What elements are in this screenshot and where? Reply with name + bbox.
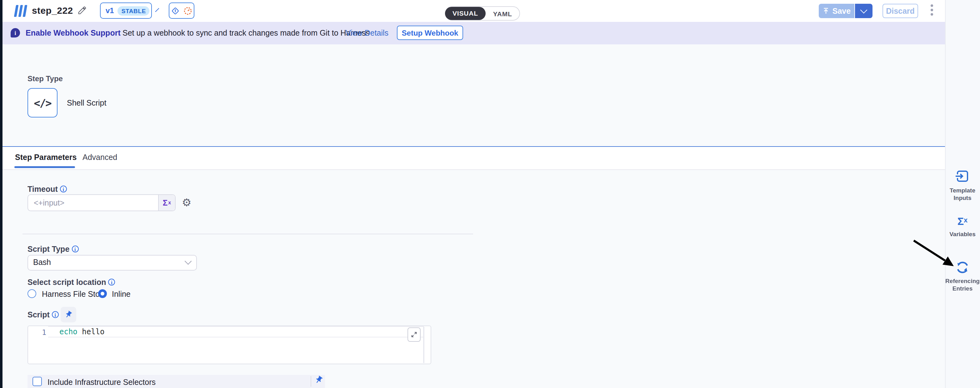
setup-webhook-button[interactable]: Setup Webhook [397,25,463,40]
step-type-card[interactable]: </> [27,88,57,118]
editor-expand-button[interactable] [407,328,421,342]
expression-sigma-button[interactable]: Σx [158,195,175,211]
sidebar-item-label: Variables [945,231,980,238]
toggle-visual[interactable]: VISUAL [445,7,485,20]
tab-step-parameters[interactable]: Step Parameters [15,153,76,162]
include-infra-checkbox[interactable] [32,377,42,386]
header: step_222 v1 STABLE [0,0,945,22]
pin-infra-button[interactable] [314,375,323,384]
pin-icon [63,309,74,320]
annotation-arrow [911,238,959,270]
radio-harness-file-store[interactable] [27,289,36,298]
save-options-button[interactable] [854,4,872,18]
infra-row-separator [310,376,311,387]
toggle-yaml[interactable]: YAML [485,10,520,17]
timeout-value: <+input> [34,199,64,207]
tab-bar-background [0,146,945,170]
active-tab-underline [14,166,75,168]
version-dropdown[interactable]: v1 STABLE [100,3,152,19]
timeout-label: Timeout i [27,185,67,194]
sidebar-item-label: Referencing Entries [945,277,980,293]
tab-advanced[interactable]: Advanced [83,153,117,162]
sidebar-item-template-inputs[interactable]: Template Inputs [945,169,980,202]
step-type-label: Step Type [27,74,63,83]
discard-button[interactable]: Discard [883,4,918,18]
info-icon[interactable]: i [60,186,67,192]
chevron-down-icon [156,8,160,12]
script-location-label: Select script location i [27,278,115,287]
pin-script-button[interactable] [60,307,76,323]
info-icon: i [11,28,20,38]
info-icon[interactable]: i [108,279,115,286]
editor-code-line[interactable]: echo hello [59,328,105,336]
banner-description: Set up a webhook to sync and track chang… [123,29,370,38]
view-details-link[interactable]: View Details [345,29,388,38]
save-label: Save [832,6,851,15]
section-divider [22,234,473,234]
page-title: step_222 [32,5,73,16]
runtime-input-gear-icon[interactable]: ⚙ [182,196,192,209]
template-inputs-icon [955,169,970,184]
timer-icon [183,6,192,15]
radio-harness-file-store-label[interactable]: Harness File Store [42,290,107,299]
visual-yaml-toggle: VISUAL YAML [445,6,520,21]
variables-icon: Σx [945,216,980,228]
radio-inline-label[interactable]: Inline [112,290,130,299]
expand-icon [410,331,417,338]
git-icon [170,6,180,15]
editor-scrollbar[interactable] [423,327,425,363]
include-infra-label[interactable]: Include Infrastructure Selectors [48,378,156,387]
script-label: Script i [27,310,59,319]
editor-line-number: 1 [38,328,46,337]
script-type-select[interactable] [27,255,197,270]
upload-icon [822,8,829,14]
save-button[interactable]: Save [819,4,854,18]
radio-inline[interactable] [98,289,107,298]
version-label: v1 [106,6,114,15]
banner-title: Enable Webhook Support [25,29,121,38]
chevron-down-icon [860,6,867,14]
info-icon[interactable]: i [52,311,59,318]
stable-badge: STABLE [118,6,150,15]
step-type-value: Shell Script [67,99,106,108]
info-icon[interactable]: i [72,246,78,253]
sidebar-item-label: Template Inputs [945,187,980,202]
script-type-value: Bash [33,258,51,267]
code-text: hello [82,328,104,336]
git-sync-status-box[interactable] [169,3,194,19]
shell-script-icon: </> [34,97,51,109]
template-library-icon [15,5,26,17]
more-options-menu[interactable] [931,4,933,16]
pin-icon [313,374,325,386]
script-type-label: Script Type i [27,245,78,254]
sidebar-item-variables[interactable]: Σx Variables [945,216,980,238]
edit-pencil-icon[interactable] [78,6,87,15]
code-keyword: echo [59,328,78,336]
template-studio-page: step_222 v1 STABLE [0,0,980,388]
left-edge-nav-strip [0,0,3,388]
webhook-banner: i Enable Webhook Support Set up a webhoo… [0,22,945,45]
